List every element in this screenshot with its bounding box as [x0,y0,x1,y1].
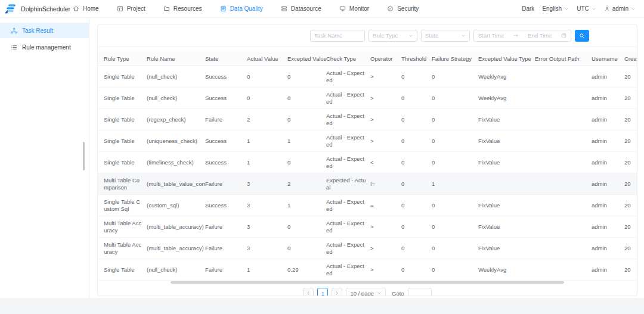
cell-operator: > [370,138,401,145]
page-number-button[interactable]: 1 [317,288,328,296]
cell-create-time: 20 [624,202,637,209]
cell-failure-strategy: 0 [432,95,478,102]
table-row[interactable]: Multi Table Accuracy(multi_table_accurac… [98,238,637,259]
chevron-down-icon [408,33,413,38]
nav-item-data-quality[interactable]: Data Quality [220,5,263,12]
cell-rule-name: (null_check) [147,95,205,102]
cell-actual-value: 1 [247,266,287,273]
cell-rule-type: Single Table [98,95,147,102]
cell-username: admin [592,266,624,273]
cell-create-time: 20 [624,116,637,123]
cell-rule-name: (uniqueness_check) [147,138,205,145]
nav-item-label: Project [127,5,145,12]
sidebar-item-rule-management[interactable]: Rule management [0,39,89,55]
cell-operator: != [370,181,401,188]
cell-failure-strategy: 0 [432,138,478,145]
cell-check-type: Actual - Expected [326,241,370,256]
cell-username: admin [592,138,624,145]
next-page-button[interactable] [332,288,342,296]
cell-actual-value: 0 [247,95,287,102]
sidebar-item-task-result[interactable]: Task Result [0,23,89,38]
table-row[interactable]: Single Table(regexp_check)Failure20Actua… [98,109,637,130]
arrow-right-icon [513,33,519,38]
cell-threshold: 0 [401,202,432,209]
user-menu[interactable]: admin [604,5,636,12]
cell-failure-strategy: 0 [432,245,478,252]
chevron-down-icon [461,33,466,38]
cell-excepted-value: 0 [287,245,326,252]
cell-failure-strategy: 0 [432,159,478,166]
table-row[interactable]: Single Table(null_check)Success00Actual … [98,88,637,109]
timezone-select[interactable]: UTC [577,5,596,12]
date-range-picker[interactable]: Start Time End Time [473,30,571,42]
nav-item-label: Data Quality [230,5,263,12]
main-content: Rule Type State Start Time End Time Rule… [89,18,644,298]
table-row[interactable]: Single Table(timeliness_check)Success10A… [98,152,637,173]
security-icon [387,5,394,12]
cell-operator: > [370,116,401,123]
search-button[interactable] [575,30,589,42]
rule-management-icon [11,44,17,51]
goto-label: Goto [392,290,404,297]
cell-check-type: Actual - Expected [326,113,370,127]
page-size-select[interactable]: 10 / page [346,288,386,296]
nav-item-resources[interactable]: Resources [163,5,202,12]
task-name-input[interactable] [310,30,365,42]
col-header-excepted-value-type: Excepted Value Type [478,55,535,63]
cell-excepted-value: 2 [287,181,326,188]
table-row[interactable]: Single Table(null_check)Success00Actual … [98,66,637,88]
cell-threshold: 0 [401,223,432,231]
project-icon [117,5,123,12]
cell-excepted-value-type: FixValue [478,202,535,209]
cell-actual-value: 1 [247,138,287,145]
state-placeholder: State [425,32,438,39]
col-header-check-type: Check Type [326,55,370,63]
sidebar-item-label: Rule management [22,44,71,51]
nav-item-home[interactable]: Home [73,5,99,12]
cell-create-time: 20 [624,95,637,102]
cell-excepted-value: 1 [287,202,326,209]
cell-actual-value: 3 [247,181,287,188]
cell-rule-type: Single Table [98,159,147,166]
cell-threshold: 0 [401,138,432,145]
cell-threshold: 0 [401,245,432,252]
brand-name: DolphinScheduler [21,5,70,13]
cell-rule-type: Single Table [98,116,147,123]
theme-toggle[interactable]: Dark [522,5,534,12]
cell-state: Failure [205,245,247,252]
prev-page-button[interactable] [303,288,314,296]
scrollbar-vertical-thumb[interactable] [83,142,85,170]
table-horizontal-scrollbar-thumb[interactable] [171,281,564,284]
cell-username: admin [592,116,624,123]
language-select[interactable]: English [542,5,569,12]
table-row[interactable]: Single Table(null_check)Failure10.29Actu… [98,259,637,281]
cell-operator: = [370,202,401,209]
results-table: Rule TypeRule NameStateActual ValueExcep… [98,47,637,296]
nav-item-label: Resources [174,5,202,12]
nav-item-security[interactable]: Security [387,5,419,12]
cell-check-type: Expected - Actual [326,177,370,191]
cell-excepted-value-type: FixValue [478,223,535,231]
cell-state: Failure [205,181,247,188]
nav-item-monitor[interactable]: Monitor [339,5,369,12]
rule-type-select[interactable]: Rule Type [369,30,417,42]
nav-item-project[interactable]: Project [117,5,145,12]
app-logo[interactable]: DolphinScheduler [4,3,70,15]
table-row[interactable]: Multi Table Comparison(multi_table_value… [98,173,637,195]
cell-state: Success [205,73,247,80]
table-row[interactable]: Single Table Custom Sql(custom_sql)Succe… [98,195,637,216]
state-select[interactable]: State [421,30,470,42]
cell-create-time: 20 [624,245,637,252]
col-header-rule-type: Rule Type [98,55,147,63]
cell-check-type: Actual - Expected [326,198,370,213]
cell-rule-type: Single Table [98,73,147,80]
table-row[interactable]: Single Table(uniqueness_check)Success11A… [98,130,637,152]
goto-page-input[interactable] [408,288,432,296]
cell-create-time: 20 [624,223,637,231]
top-nav-right: Dark English UTC admin [522,5,636,12]
cell-username: admin [592,202,624,209]
nav-item-datasource[interactable]: Datasource [281,5,321,12]
table-row[interactable]: Multi Table Accuracy(multi_table_accurac… [98,216,637,238]
chevron-down-icon [377,291,382,296]
table-body: Single Table(null_check)Success00Actual … [98,66,637,281]
